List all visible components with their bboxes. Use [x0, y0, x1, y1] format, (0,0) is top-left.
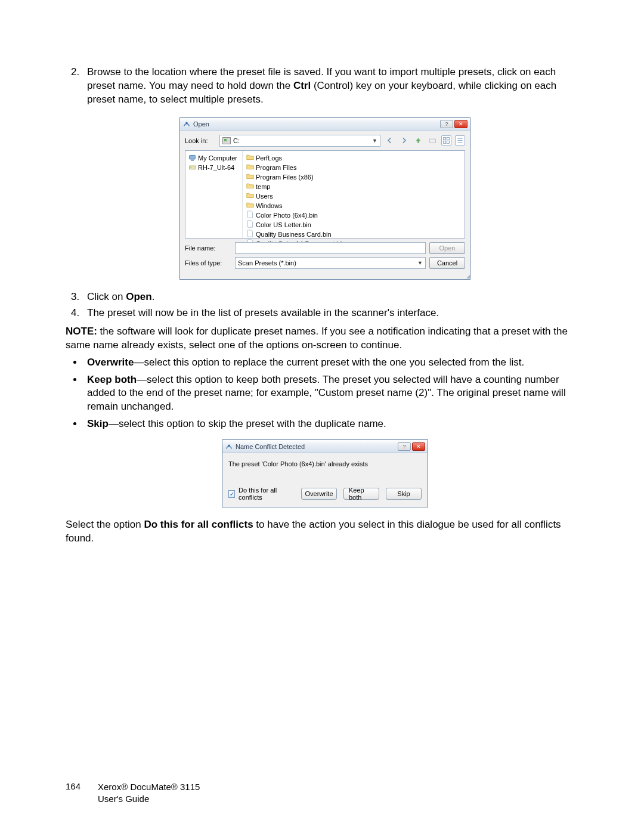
note-text: the software will look for duplicate pre… [66, 326, 568, 351]
step-2: Browse to the location where the preset … [82, 66, 584, 107]
cancel-button[interactable]: Cancel [429, 257, 465, 269]
label: Skip [397, 490, 410, 497]
value: Scan Presets (*.bin) [238, 259, 296, 267]
bold: Do this for all conflicts [144, 519, 253, 530]
filename-input[interactable] [235, 242, 426, 254]
open-button[interactable]: Open [429, 242, 465, 254]
look-in-row: Look in: C: ▼ [185, 135, 465, 147]
bullet-skip: Skip—select this option to skip the pres… [83, 417, 584, 431]
svg-rect-6 [447, 141, 449, 144]
text: —select this option to replace the curre… [134, 357, 524, 368]
label: temp [256, 182, 270, 191]
svg-rect-2 [429, 139, 435, 143]
guide: User's Guide [98, 793, 200, 805]
list-item: Color US Letter.bin [245, 220, 462, 230]
conflict-dialog: Name Conflict Detected ? ✕ The preset 'C… [222, 439, 428, 507]
file-icon [246, 230, 254, 239]
bold: Skip [87, 418, 109, 429]
label: Windows [256, 202, 283, 210]
step-2-text: Browse to the location where the preset … [87, 66, 556, 105]
keepboth-button[interactable]: Keep both [343, 488, 379, 500]
ctrl-bold: Ctrl [293, 80, 311, 91]
svg-rect-1 [417, 141, 419, 143]
skip-button[interactable]: Skip [386, 488, 422, 500]
svg-point-13 [190, 167, 191, 168]
chevron-down-icon: ▼ [372, 138, 377, 144]
footer-text: Xerox® DocuMate® 3115 User's Guide [98, 781, 200, 804]
svg-rect-10 [189, 156, 195, 160]
note-paragraph: NOTE: the software will look for duplica… [66, 325, 584, 352]
text: —select this option to keep both presets… [87, 374, 566, 413]
overwrite-button[interactable]: Overwrite [301, 488, 337, 500]
resize-grip[interactable]: ◢ [180, 274, 470, 279]
sidebar-item-mycomputer[interactable]: My Computer [187, 153, 241, 163]
open-dialog: Open ? ✕ Look in: C: ▼ [179, 117, 470, 280]
look-in-label: Look in: [185, 137, 216, 144]
text: —select this option to skip the preset w… [109, 418, 386, 429]
bold: Keep both [87, 374, 137, 385]
filename-label: File name: [185, 244, 231, 252]
svg-rect-3 [444, 138, 446, 140]
filter-combo[interactable]: Scan Presets (*.bin) ▼ [235, 257, 426, 269]
svg-rect-5 [444, 141, 446, 144]
drive-text: C: [233, 137, 240, 144]
filter-row: Files of type: Scan Presets (*.bin) ▼ Ca… [185, 257, 465, 269]
help-button[interactable]: ? [440, 120, 453, 128]
filter-label: Files of type: [185, 259, 231, 267]
conflict-controls: ✓ Do this for all conflicts Overwrite Ke… [228, 487, 422, 501]
text: The preset will now be in the list of pr… [87, 307, 439, 318]
drive-icon [222, 137, 231, 144]
folder-icon [246, 163, 254, 172]
list-item: Windows [245, 201, 462, 210]
list-view-icon[interactable] [455, 135, 465, 145]
label: Color US Letter.bin [256, 221, 311, 229]
thumbnails-view-icon[interactable] [441, 135, 451, 145]
label: Open [439, 244, 456, 252]
do-all-label: Do this for all conflicts [239, 487, 291, 501]
open-dialog-titlebar: Open ? ✕ [180, 118, 470, 131]
step-list-cont: Click on Open. The preset will now be in… [66, 290, 584, 320]
help-button[interactable]: ? [398, 442, 411, 451]
conflict-message: The preset 'Color Photo (6x4).bin' alrea… [228, 460, 422, 467]
step-list: Browse to the location where the preset … [66, 66, 584, 107]
label: Overwrite [305, 490, 333, 497]
forward-icon[interactable] [398, 135, 409, 146]
product: Xerox® DocuMate® 3115 [98, 781, 200, 793]
app-icon [182, 120, 191, 128]
list-item: Color Photo (6x4).bin [245, 210, 462, 220]
back-icon[interactable] [384, 135, 395, 146]
do-all-checkbox[interactable]: ✓ [228, 490, 235, 498]
file-icon [246, 210, 254, 220]
label: My Computer [198, 154, 237, 162]
folder-icon [246, 172, 254, 182]
label: Users [256, 192, 273, 200]
label: Quality Business Card.bin [256, 230, 332, 239]
close-button[interactable]: ✕ [454, 120, 467, 128]
folder-icon [246, 153, 254, 163]
svg-point-14 [228, 444, 230, 447]
label: Color Photo (6x4).bin [256, 211, 318, 219]
note-bold: NOTE: [66, 326, 97, 337]
label: Program Files (x86) [256, 173, 314, 181]
list-item: temp [245, 182, 462, 191]
file-list[interactable]: PerfLogs Program Files Program Files (x8… [243, 151, 465, 238]
page-footer: 164 Xerox® DocuMate® 3115 User's Guide [66, 781, 200, 804]
options-bullets: Overwrite—select this option to replace … [66, 356, 584, 432]
drive-icon [188, 163, 196, 172]
computer-icon [188, 154, 196, 162]
look-in-combo[interactable]: C: ▼ [219, 135, 380, 147]
list-item: Quality Business Card.bin [245, 230, 462, 239]
file-icon [246, 220, 254, 230]
open-dialog-title: Open [193, 120, 439, 128]
up-icon[interactable] [413, 135, 423, 146]
folder-icon [246, 182, 254, 191]
sidebar-item-rh7[interactable]: RH-7_Ult-64 [187, 163, 241, 172]
svg-rect-4 [447, 138, 449, 140]
list-item: PerfLogs [245, 153, 462, 163]
list-item: Program Files (x86) [245, 172, 462, 182]
conflict-title: Name Conflict Detected [236, 443, 397, 450]
close-button[interactable]: ✕ [412, 442, 425, 451]
text: . [152, 291, 155, 302]
new-folder-icon[interactable] [427, 135, 438, 146]
step-4: The preset will now be in the list of pr… [82, 306, 584, 320]
